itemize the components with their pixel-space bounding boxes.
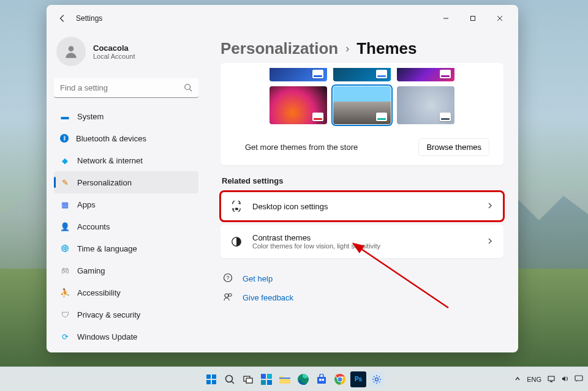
give-feedback-link[interactable]: Give feedback bbox=[221, 288, 503, 307]
taskbar-right: ENG bbox=[514, 375, 588, 384]
sidebar-item-privacy[interactable]: 🛡︎Privacy & security bbox=[54, 303, 198, 326]
theme-thumb-1[interactable] bbox=[270, 68, 327, 81]
globe-icon: 🌐︎ bbox=[60, 244, 70, 253]
chrome-button[interactable] bbox=[332, 371, 348, 387]
sidebar-item-network[interactable]: ◆Network & internet bbox=[54, 149, 198, 171]
edge-button[interactable] bbox=[295, 371, 311, 387]
settings-taskbar-button[interactable] bbox=[369, 371, 385, 387]
sidebar-item-label: System bbox=[77, 112, 104, 121]
svg-rect-14 bbox=[206, 380, 211, 384]
svg-rect-23 bbox=[267, 380, 272, 385]
sidebar-item-bluetooth[interactable]: ᛒBluetooth & devices bbox=[54, 127, 198, 149]
bluetooth-icon: ᛒ bbox=[60, 134, 69, 143]
desktop-icon bbox=[230, 200, 243, 212]
sidebar-item-accounts[interactable]: 👤Accounts bbox=[54, 215, 198, 237]
window-title: Settings bbox=[76, 14, 102, 23]
sidebar-item-label: Network & internet bbox=[77, 156, 143, 165]
setting-title: Contrast themes bbox=[252, 233, 380, 242]
language-indicator[interactable]: ENG bbox=[527, 376, 541, 383]
photoshop-button[interactable]: Ps bbox=[350, 371, 366, 387]
theme-thumb-5-selected[interactable] bbox=[333, 86, 391, 124]
theme-thumb-4[interactable] bbox=[270, 86, 327, 124]
apps-icon: ▦ bbox=[60, 199, 70, 209]
svg-rect-19 bbox=[246, 378, 252, 383]
sidebar-item-apps[interactable]: ▦Apps bbox=[54, 193, 198, 215]
search-input[interactable] bbox=[54, 78, 198, 98]
store-button[interactable] bbox=[314, 371, 330, 387]
file-explorer-button[interactable] bbox=[277, 371, 293, 387]
svg-rect-20 bbox=[261, 374, 266, 379]
widgets-button[interactable] bbox=[258, 371, 274, 387]
taskbar-center: Ps bbox=[203, 371, 385, 387]
sidebar-item-label: Privacy & security bbox=[77, 310, 140, 319]
avatar bbox=[56, 37, 86, 66]
taskbar-search-button[interactable] bbox=[222, 371, 238, 387]
sidebar-item-time-language[interactable]: 🌐︎Time & language bbox=[54, 237, 198, 259]
start-button[interactable] bbox=[203, 371, 219, 387]
theme-row-partial bbox=[228, 68, 496, 81]
svg-point-2 bbox=[69, 46, 74, 51]
sidebar-item-personalization[interactable]: ✎Personalization bbox=[54, 171, 198, 193]
contrast-themes-item[interactable]: Contrast themes Color themes for low vis… bbox=[221, 225, 503, 258]
svg-rect-24 bbox=[279, 378, 290, 379]
themes-card: Get more themes from the store Browse th… bbox=[221, 63, 503, 165]
svg-rect-12 bbox=[206, 374, 211, 379]
theme-thumb-2[interactable] bbox=[333, 68, 391, 81]
svg-rect-1 bbox=[471, 17, 475, 21]
back-button[interactable] bbox=[51, 7, 74, 29]
accessibility-icon: ⛹ bbox=[60, 288, 70, 297]
gamepad-icon: 🎮︎ bbox=[60, 266, 70, 275]
related-heading: Related settings bbox=[222, 176, 503, 185]
tray-chevron-icon[interactable] bbox=[514, 376, 521, 383]
theme-accent-icon bbox=[376, 113, 387, 121]
sidebar-item-update[interactable]: ⟳Windows Update bbox=[54, 326, 198, 348]
sidebar: Cocacola Local Account ▬System ᛒBluetoot… bbox=[47, 32, 206, 352]
sidebar-item-label: Personalization bbox=[77, 178, 132, 187]
breadcrumb-parent[interactable]: Personalization bbox=[221, 39, 338, 58]
taskbar: Ps ENG bbox=[0, 367, 588, 391]
theme-accent-icon bbox=[312, 113, 323, 121]
network-tray-icon bbox=[548, 375, 556, 384]
svg-text:?: ? bbox=[226, 275, 229, 281]
task-view-button[interactable] bbox=[240, 371, 256, 387]
theme-thumb-3[interactable] bbox=[397, 68, 454, 81]
account-name: Cocacola bbox=[93, 43, 135, 53]
chevron-right-icon bbox=[486, 236, 494, 247]
theme-thumb-6[interactable] bbox=[397, 86, 454, 124]
breadcrumb: Personalization › Themes bbox=[221, 39, 503, 58]
shield-icon: 🛡︎ bbox=[60, 310, 70, 319]
sidebar-item-gaming[interactable]: 🎮︎Gaming bbox=[54, 259, 198, 281]
close-button[interactable] bbox=[486, 9, 513, 28]
svg-rect-22 bbox=[261, 380, 266, 385]
svg-rect-21 bbox=[267, 374, 272, 379]
account-block[interactable]: Cocacola Local Account bbox=[54, 32, 198, 76]
browse-themes-button[interactable]: Browse themes bbox=[419, 139, 489, 155]
sidebar-item-accessibility[interactable]: ⛹Accessibility bbox=[54, 281, 198, 303]
svg-line-4 bbox=[190, 89, 192, 92]
sidebar-item-system[interactable]: ▬System bbox=[54, 105, 198, 127]
svg-rect-15 bbox=[212, 380, 216, 384]
search-icon bbox=[184, 83, 192, 94]
svg-point-31 bbox=[338, 377, 342, 381]
theme-row bbox=[228, 86, 496, 124]
window-controls bbox=[432, 9, 513, 28]
brush-icon: ✎ bbox=[60, 177, 70, 187]
svg-point-9 bbox=[225, 294, 228, 297]
svg-rect-34 bbox=[550, 381, 552, 382]
minimize-button[interactable] bbox=[432, 9, 459, 28]
maximize-button[interactable] bbox=[459, 9, 486, 28]
contrast-icon bbox=[230, 236, 243, 248]
footer-links: ? Get help Give feedback bbox=[221, 269, 503, 307]
get-help-link[interactable]: ? Get help bbox=[221, 269, 503, 288]
titlebar: Settings bbox=[47, 5, 518, 32]
sidebar-item-label: Time & language bbox=[77, 244, 137, 253]
action-center-tray-icon bbox=[575, 375, 583, 384]
desktop-icon-settings-item[interactable]: Desktop icon settings bbox=[221, 192, 503, 221]
svg-line-17 bbox=[232, 381, 234, 384]
svg-point-16 bbox=[226, 375, 233, 382]
main-content: Personalization › Themes Get more themes… bbox=[206, 32, 518, 352]
breadcrumb-current: Themes bbox=[356, 39, 417, 58]
theme-accent-icon bbox=[440, 113, 451, 121]
system-tray[interactable] bbox=[548, 375, 583, 384]
display-icon: ▬ bbox=[60, 111, 70, 121]
